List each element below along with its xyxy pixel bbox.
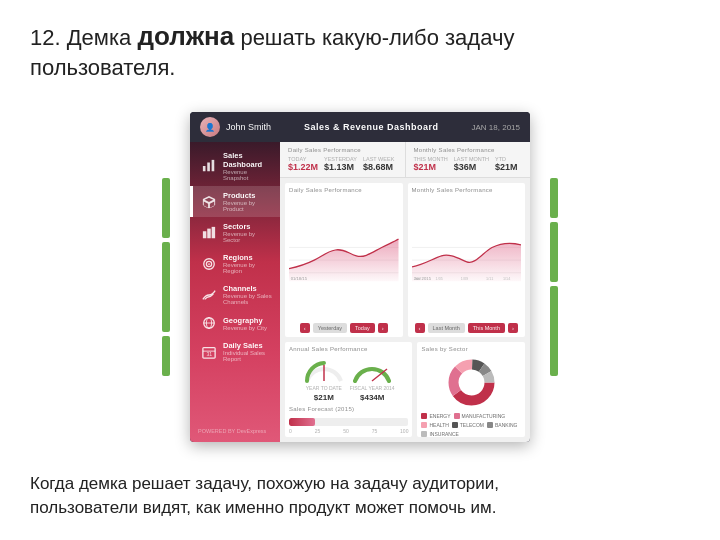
right-green-bar-2 xyxy=(550,222,558,282)
legend-dot-mfg xyxy=(454,413,460,419)
svg-rect-3 xyxy=(203,231,207,238)
avatar: 👤 xyxy=(200,117,220,137)
signal-icon xyxy=(201,287,217,303)
yesterday-btn[interactable]: Yesterday xyxy=(313,323,347,333)
legend-dot-telecom xyxy=(452,422,458,428)
right-green-bars xyxy=(550,178,558,376)
kpi-lastmonth: LAST MONTH $36M xyxy=(454,156,489,172)
daily-chart-panel: Daily Sales Performance xyxy=(285,183,403,337)
legend-dot-energy xyxy=(421,413,427,419)
legend-dot-health xyxy=(421,422,427,428)
svg-text:31: 31 xyxy=(206,351,212,357)
bottom-text: Когда демка решает задачу, похожую на за… xyxy=(30,472,690,520)
today-btn[interactable]: Today xyxy=(350,323,375,333)
monthly-line-chart: Jan 2015 1/02 1/05 1/09 1/11 1/14 xyxy=(412,196,522,320)
svg-rect-0 xyxy=(203,166,206,171)
top-heading: 12. Демка должна решать какую-либо задач… xyxy=(30,20,690,92)
last-month-btn[interactable]: Last Month xyxy=(428,323,465,333)
right-green-bar-3 xyxy=(550,286,558,376)
kpi-row: Daily Sales Performance TODAY $1.22M YES… xyxy=(280,142,530,178)
heading-bold: должна xyxy=(137,21,234,51)
heading-line2: пользователя. xyxy=(30,55,175,80)
gauge-ytd: YEAR TO DATE $21M xyxy=(303,355,345,402)
svg-point-36 xyxy=(459,371,483,395)
bottom-text-content: Когда демка решает задачу, похожую на за… xyxy=(30,474,499,517)
svg-text:1/11: 1/11 xyxy=(486,278,493,282)
dash-title: Sales & Revenue Dashboard xyxy=(304,122,439,132)
sidebar-item-sectors[interactable]: Sectors Revenue by Sector xyxy=(190,217,280,248)
heading-text: 12. Демка должна решать какую-либо задач… xyxy=(30,20,690,82)
daily-nav-next[interactable]: › xyxy=(378,323,388,333)
user-name: John Smith xyxy=(226,122,271,132)
sidebar-item-regions[interactable]: Regions Revenue by Region xyxy=(190,248,280,279)
sidebar-item-daily-sales[interactable]: 31 Daily Sales Individual Sales Report xyxy=(190,336,280,367)
daily-nav-prev[interactable]: ‹ xyxy=(300,323,310,333)
sidebar-text-regions: Regions Revenue by Region xyxy=(223,253,272,274)
dash-date: JAN 18, 2015 xyxy=(472,123,520,132)
heading-part2: решать какую-либо задачу xyxy=(234,25,514,50)
right-green-bar-1 xyxy=(550,178,558,218)
kpi-lastweek: LAST WEEK $8.68M xyxy=(363,156,394,172)
heading-part1: 12. Демка xyxy=(30,25,137,50)
gauge-ytd-svg xyxy=(303,355,345,383)
charts-area: Daily Sales Performance xyxy=(280,178,530,342)
this-month-btn[interactable]: This Month xyxy=(468,323,505,333)
daily-chart-nav: ‹ Yesterday Today › xyxy=(289,323,399,333)
kpi-today: TODAY $1.22M xyxy=(288,156,318,172)
sidebar-text-sales: Sales Dashboard Revenue Snapshot xyxy=(223,151,272,181)
dashboard-mockup: 👤 John Smith Sales & Revenue Dashboard J… xyxy=(190,112,530,442)
svg-text:1/02: 1/02 xyxy=(413,278,420,282)
monthly-chart-panel: Monthly Sales Performance xyxy=(408,183,526,337)
green-bar-1 xyxy=(162,178,170,238)
dash-body: Sales Dashboard Revenue Snapshot Product… xyxy=(190,142,530,442)
devexpress-logo: POWERED BY DevExpress xyxy=(190,424,280,438)
sidebar-item-products[interactable]: Products Revenue by Product xyxy=(190,186,280,217)
kpi-monthly-values: THIS MONTH $21M LAST MONTH $36M YTD $21M xyxy=(414,156,523,172)
kpi-yesterday: YESTERDAY $1.13M xyxy=(324,156,357,172)
legend-dot-banking xyxy=(487,422,493,428)
gauge-fy-svg xyxy=(351,355,393,383)
annual-panel: Annual Sales Performance YEAR TO xyxy=(285,342,412,437)
kpi-daily: Daily Sales Performance TODAY $1.22M YES… xyxy=(280,142,406,177)
sidebar-text-daily: Daily Sales Individual Sales Report xyxy=(223,341,272,362)
legend-insurance: INSURANCE xyxy=(421,431,458,437)
legend-banking: BANKING xyxy=(487,422,518,428)
legend-manufacturing: MANUFACTURING xyxy=(454,413,506,419)
sidebar-text-geography: Geography Revenue by City xyxy=(223,316,267,331)
legend-health: HEALTH xyxy=(421,422,448,428)
monthly-nav-next[interactable]: › xyxy=(508,323,518,333)
gauge-fy: FISCAL YEAR 2014 $434M xyxy=(350,355,395,402)
svg-text:1/05: 1/05 xyxy=(435,278,442,282)
legend-energy: ENERGY xyxy=(421,413,450,419)
sidebar-item-sales-dashboard[interactable]: Sales Dashboard Revenue Snapshot xyxy=(190,146,280,186)
donut-chart xyxy=(444,355,499,410)
kpi-daily-values: TODAY $1.22M YESTERDAY $1.13M LAST WEEK … xyxy=(288,156,397,172)
slide-container: 12. Демка должна решать какую-либо задач… xyxy=(0,0,720,540)
sidebar-text-sectors: Sectors Revenue by Sector xyxy=(223,222,272,243)
middle-row: 👤 John Smith Sales & Revenue Dashboard J… xyxy=(30,97,690,457)
daily-line-chart: 01/18/15 xyxy=(289,196,399,320)
sidebar-item-geography[interactable]: Geography Revenue by City xyxy=(190,310,280,336)
monthly-nav-prev[interactable]: ‹ xyxy=(415,323,425,333)
target-icon xyxy=(201,256,217,272)
sidebar-item-channels[interactable]: Channels Revenue by Sales Channels xyxy=(190,279,280,310)
forecast-bar: 0 25 50 75 100 xyxy=(289,418,408,434)
svg-text:01/18/15: 01/18/15 xyxy=(291,277,308,282)
monthly-chart-nav: ‹ Last Month This Month › xyxy=(412,323,522,333)
green-bar-2 xyxy=(162,242,170,332)
svg-point-8 xyxy=(208,263,210,265)
dash-header: 👤 John Smith Sales & Revenue Dashboard J… xyxy=(190,112,530,142)
donut-container xyxy=(421,355,521,410)
sidebar-text-channels: Channels Revenue by Sales Channels xyxy=(223,284,272,305)
legend-dot-insurance xyxy=(421,431,427,437)
left-green-bars xyxy=(162,178,170,376)
forecast-labels: 0 25 50 75 100 xyxy=(289,428,408,434)
dash-sidebar: Sales Dashboard Revenue Snapshot Product… xyxy=(190,142,280,442)
forecast-fill xyxy=(289,418,315,426)
sector-panel: Sales by Sector xyxy=(417,342,525,437)
bar-icon xyxy=(201,225,217,241)
svg-rect-4 xyxy=(207,229,211,239)
svg-rect-5 xyxy=(212,227,216,238)
svg-text:1/14: 1/14 xyxy=(502,278,509,282)
forecast-track xyxy=(289,418,408,426)
